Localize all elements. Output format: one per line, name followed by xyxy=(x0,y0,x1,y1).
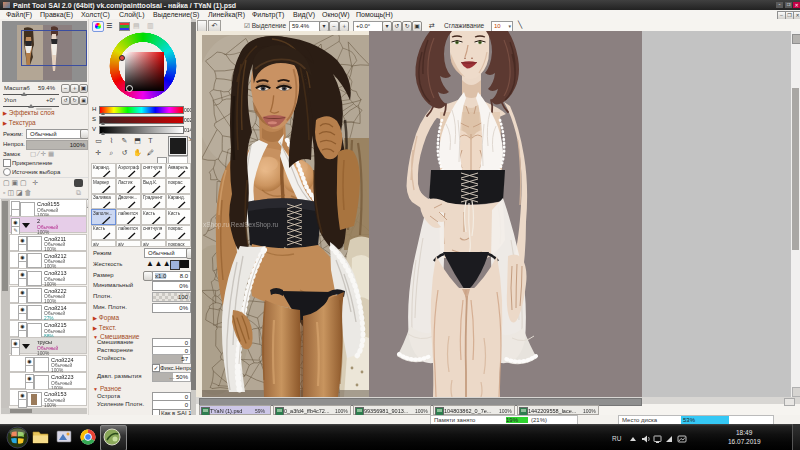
svg-text:xShop.ru RealSexShop.ru: xShop.ru RealSexShop.ru xyxy=(203,221,279,229)
